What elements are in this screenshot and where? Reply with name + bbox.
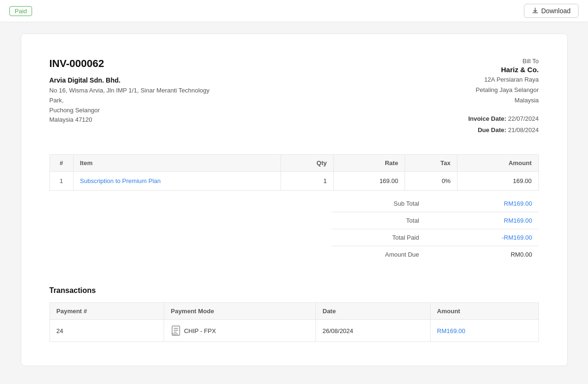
invoice-id: INV-000062	[50, 58, 219, 70]
total-row: Total RM169.00	[331, 212, 539, 229]
subtotal-label: Sub Total	[331, 195, 426, 212]
bill-to-label: Bill To	[468, 58, 539, 65]
from-address-line1: No 16, Wisma Arvia, Jln IMP 1/1, Sinar M…	[50, 87, 210, 104]
total-value: RM169.00	[426, 212, 539, 229]
items-table: # Item Qty Rate Tax Amount 1 Subscriptio…	[50, 154, 539, 191]
table-row: 24 CHIP - FPX 26/08/2024 RM169.00	[50, 320, 538, 342]
col-header-tax: Tax	[405, 155, 457, 172]
col-header-item: Item	[73, 155, 281, 172]
due-date-row: Due Date: 21/08/2024	[468, 125, 539, 135]
receipt-icon	[171, 326, 181, 336]
download-icon	[532, 8, 538, 14]
amount-due-value: RM0.00	[426, 246, 539, 263]
table-row: 1 Subscription to Premium Plan 1 169.00 …	[50, 172, 538, 191]
bill-to-section: Bill To Hariz & Co. 12A Persiaran Raya P…	[468, 58, 539, 135]
row-tax: 0%	[405, 172, 457, 191]
bill-to-address-line3: Malaysia	[514, 97, 538, 104]
from-company: Arvia Digital Sdn. Bhd.	[50, 76, 219, 84]
col-header-rate: Rate	[334, 155, 405, 172]
row-qty: 1	[281, 172, 334, 191]
invoice-header: INV-000062 Arvia Digital Sdn. Bhd. No 16…	[50, 58, 539, 135]
trans-col-payment-hash: Payment #	[50, 303, 164, 320]
invoice-dates: Invoice Date: 22/07/2024 Due Date: 21/08…	[468, 113, 539, 135]
due-date-value: 21/08/2024	[508, 126, 538, 134]
from-address-line2: Puchong Selangor	[50, 107, 100, 114]
trans-payment-mode: CHIP - FPX	[164, 320, 316, 342]
bill-to-name: Hariz & Co.	[468, 66, 539, 74]
invoice-date-label: Invoice Date:	[468, 115, 508, 122]
invoice-date-row: Invoice Date: 22/07/2024	[468, 113, 539, 124]
transactions-table: Payment # Payment Mode Date Amount 24 CH…	[50, 302, 539, 342]
trans-payment-number: 24	[50, 320, 164, 342]
trans-col-payment-mode: Payment Mode	[164, 303, 316, 320]
from-address: No 16, Wisma Arvia, Jln IMP 1/1, Sinar M…	[50, 86, 219, 125]
total-paid-label: Total Paid	[331, 229, 426, 246]
col-header-amount: Amount	[457, 155, 538, 172]
invoice-card: INV-000062 Arvia Digital Sdn. Bhd. No 16…	[21, 33, 568, 366]
subtotal-row: Sub Total RM169.00	[331, 195, 539, 212]
invoice-date-value: 22/07/2024	[508, 115, 538, 122]
top-bar: Paid Download	[0, 0, 588, 22]
total-label: Total	[331, 212, 426, 229]
items-table-header-row: # Item Qty Rate Tax Amount	[50, 155, 538, 172]
total-paid-value: -RM169.00	[426, 229, 539, 246]
trans-col-date: Date	[316, 303, 431, 320]
transactions-section: Transactions Payment # Payment Mode Date…	[50, 286, 539, 342]
trans-date: 26/08/2024	[316, 320, 431, 342]
invoice-from: INV-000062 Arvia Digital Sdn. Bhd. No 16…	[50, 58, 219, 125]
amount-due-label: Amount Due	[331, 246, 426, 263]
amount-due-row: Amount Due RM0.00	[331, 246, 539, 263]
download-label: Download	[541, 7, 571, 15]
bill-to-address-line1: 12A Persiaran Raya	[484, 76, 539, 83]
trans-col-amount: Amount	[430, 303, 538, 320]
trans-amount: RM169.00	[430, 320, 538, 342]
subtotal-value: RM169.00	[426, 195, 539, 212]
totals-table: Sub Total RM169.00 Total RM169.00 Total …	[331, 195, 539, 263]
paid-badge: Paid	[9, 6, 32, 16]
col-header-qty: Qty	[281, 155, 334, 172]
due-date-label: Due Date:	[478, 126, 508, 134]
row-amount: 169.00	[457, 172, 538, 191]
bill-to-address: 12A Persiaran Raya Petaling Jaya Selango…	[468, 75, 539, 106]
download-button[interactable]: Download	[524, 4, 579, 18]
totals-section: Sub Total RM169.00 Total RM169.00 Total …	[50, 195, 539, 263]
bill-to-address-line2: Petaling Jaya Selangor	[476, 86, 539, 93]
from-address-line3: Malaysia 47120	[50, 116, 92, 123]
transactions-title: Transactions	[50, 286, 539, 295]
trans-header-row: Payment # Payment Mode Date Amount	[50, 303, 538, 320]
row-item: Subscription to Premium Plan	[73, 172, 281, 191]
row-rate: 169.00	[334, 172, 405, 191]
row-number: 1	[50, 172, 73, 191]
col-header-hash: #	[50, 155, 73, 172]
total-paid-row: Total Paid -RM169.00	[331, 229, 539, 246]
